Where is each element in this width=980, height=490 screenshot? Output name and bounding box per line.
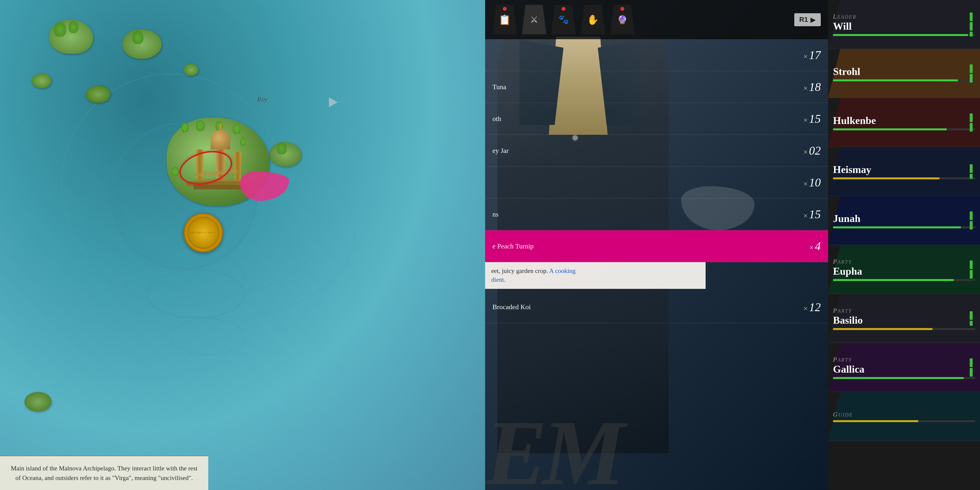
item-row-peach-turnip[interactable]: e Peach Turnip ×4 [485,230,828,262]
location-medallion: ᚺᛋᛖᚲᛚᛗᚢᚢᛟᛏᚺ ᚺᛋᛖᚲᚾᛁ [184,213,223,252]
char-entry-junah[interactable]: Junah [828,196,980,245]
char-role-eupha: Party [833,258,975,265]
char-hp-indicator-gallica [970,358,973,377]
char-entry-eupha[interactable]: Party Eupha [828,245,980,294]
char-hp-fill-junah [833,226,961,228]
map-panel: ᚺᛋᛖᚲᛚᛗᚢᚢᛟᛏᚺ ᚺᛋᛖᚲᚾᛁ Roy Main island of th… [0,0,485,490]
char-hp-indicator-basilio [970,311,973,326]
char-hp-bar-will [833,34,975,36]
char-hp-fill-strohl [833,80,958,81]
r1-arrow-icon: ▶ [810,16,816,24]
char-entry-guide[interactable]: Guide [828,392,980,441]
char-info-basilio: Party Basilio [828,303,980,334]
nav-icon-1: 📋 [499,14,511,25]
char-hp-bar-strohl [833,80,975,81]
island-small-3 [184,64,199,76]
r1-button[interactable]: R1 ▶ [794,13,821,26]
item-row-4[interactable]: ×10 [485,167,828,199]
char-name-eupha: Eupha [833,265,975,277]
game-ui-panel: 📋 ⚔ 🐾 ✋ 🔮 R1 ▶ ×17 Tuna ×18 [485,0,980,490]
nav-tab-3[interactable]: 🐾 [551,5,576,34]
char-info-guide: Guide [828,407,980,426]
item-desc-text-2: dient. [491,275,700,284]
char-entry-basilio[interactable]: Party Basilio [828,294,980,343]
item-row-0[interactable]: ×17 [485,39,828,71]
island-top-left [49,20,93,54]
char-info-eupha: Party Eupha [828,254,980,285]
medallion-text: ᚺᛋᛖᚲᛚᛗᚢᚢᛟᛏᚺ ᚺᛋᛖᚲᚾᛁ [190,232,216,234]
char-name-heismay: Heismay [833,164,975,175]
ocean-swirl-5 [123,245,245,306]
char-name-gallica: Gallica [833,363,975,375]
char-hp-bar-hulkenbe [833,128,975,130]
char-hp-bar-gallica [833,377,975,379]
char-info-hulkenbe: Hulkenbe [828,111,980,134]
item-row-koi[interactable]: Brocaded Koi ×12 [485,291,828,323]
char-entry-hulkenbe[interactable]: Hulkenbe [828,98,980,147]
island-bottom-left [24,392,51,412]
char-role-guide: Guide [833,411,975,418]
island-right [269,142,301,167]
char-info-strohl: Strohl [828,62,980,85]
char-hp-fill-eupha [833,279,954,281]
char-hp-indicator-junah [970,212,973,229]
r1-label: R1 [799,16,808,24]
char-role-basilio: Party [833,307,975,314]
medallion-inner: ᚺᛋᛖᚲᛚᛗᚢᚢᛟᛏᚺ ᚺᛋᛖᚲᚾᛁ [188,217,219,249]
location-label: Roy [257,95,268,103]
item-row-jar[interactable]: ey Jar ×02 [485,135,828,167]
item-name-oth: oth [492,115,566,123]
item-list: ×17 Tuna ×18 oth ×15 ey Jar ×02 ×10 ns ×… [485,39,828,407]
ocean-swirl-4 [172,318,245,355]
char-hp-fill-hulkenbe [833,128,947,130]
char-hp-indicator-eupha [970,261,973,278]
item-count-peach-turnip: ×4 [809,239,821,253]
char-hp-bar-guide [833,420,975,422]
item-desc-link: A cooking [549,267,576,274]
item-desc-link-2: dient. [491,276,506,283]
nav-tab-1[interactable]: 📋 [492,5,517,34]
nav-icon-5: 🔮 [617,15,627,24]
item-count-koi: ×12 [803,301,821,314]
nav-dot-3 [562,7,565,11]
item-count-4: ×10 [803,176,821,189]
char-hp-bar-heismay [833,177,975,179]
char-hp-indicator-hulkenbe [970,113,973,132]
char-role-gallica: Party [833,356,975,363]
item-name-koi: Brocaded Koi [492,303,566,311]
nav-dot-1 [503,7,507,11]
item-description: eet, juicy garden crop. A cooking dient. [485,262,706,289]
item-row-oth[interactable]: oth ×15 [485,103,828,135]
item-count-ns: ×15 [803,207,821,221]
char-entry-will[interactable]: Leader Will [828,0,980,49]
nav-tab-2[interactable]: ⚔ [522,5,546,34]
nav-dot-5 [620,7,624,11]
char-name-basilio: Basilio [833,314,975,326]
navigation-arrow[interactable] [329,97,337,107]
top-navigation: 📋 ⚔ 🐾 ✋ 🔮 R1 ▶ [485,0,828,39]
item-name-ns: ns [492,210,566,218]
char-entry-heismay[interactable]: Heismay [828,147,980,196]
map-description: Main island of the Malnova Archipelago. … [10,463,199,483]
char-hp-fill-basilio [833,328,932,330]
item-row-tuna[interactable]: Tuna ×18 [485,71,828,103]
char-name-strohl: Strohl [833,66,975,78]
item-desc-text: eet, juicy garden crop. A cooking [491,267,700,275]
island-small-2 [86,86,110,103]
item-row-ns[interactable]: ns ×15 [485,199,828,230]
nav-tab-5[interactable]: 🔮 [610,5,635,34]
nav-icon-3: 🐾 [558,14,569,25]
char-hp-indicator-strohl [970,64,973,83]
char-hp-fill-gallica [833,377,964,379]
island-small-1 [32,73,51,88]
nav-icon-4: ✋ [587,14,599,25]
item-name-tuna: Tuna [492,83,566,91]
char-info-junah: Junah [828,209,980,232]
char-hp-fill-heismay [833,177,940,179]
char-entry-gallica[interactable]: Party Gallica [828,343,980,392]
nav-icon-2: ⚔ [530,14,538,25]
char-name-will: Will [833,20,975,32]
char-role-cap-gallica: P [833,356,838,363]
nav-tab-4[interactable]: ✋ [581,5,605,34]
char-entry-strohl[interactable]: Strohl [828,49,980,98]
